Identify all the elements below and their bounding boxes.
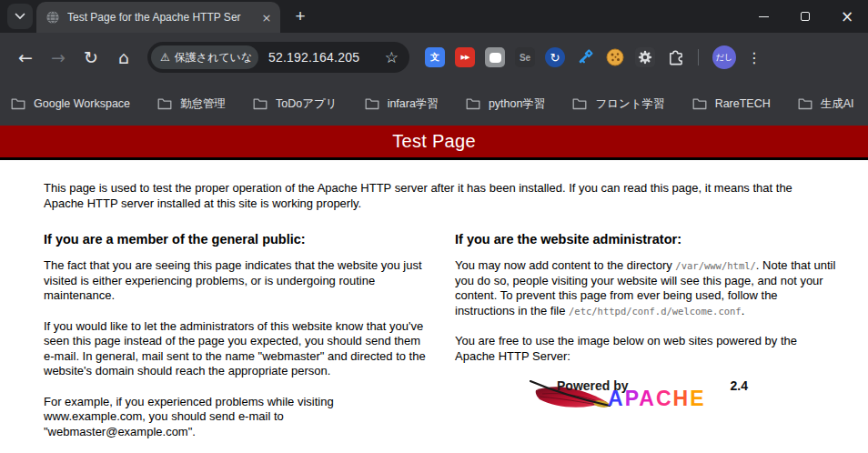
folder-icon — [11, 97, 25, 110]
tab-strip: Test Page for the Apache HTTP Ser × + × — [0, 0, 868, 33]
folder-icon — [692, 97, 707, 110]
public-paragraph-1: The fact that you are seeing this page i… — [44, 258, 426, 304]
intro-paragraph: This page is used to test the proper ope… — [44, 181, 832, 211]
folder-icon — [157, 97, 172, 110]
home-button[interactable]: ⌂ — [107, 41, 140, 74]
back-button[interactable]: ← — [9, 41, 42, 74]
toolbar-divider — [698, 49, 699, 65]
bookmark-star-icon[interactable]: ☆ — [385, 48, 399, 66]
folder-icon — [572, 97, 587, 110]
site-security-chip[interactable]: ⚠ 保護されていな — [151, 45, 258, 69]
bookmark-label: フロント学習 — [595, 96, 664, 112]
minimize-icon — [759, 16, 769, 17]
bookmark-label: Google Workspace — [34, 97, 130, 110]
admin-heading: If you are the website administrator: — [455, 232, 837, 247]
bookmark-label: 生成AI — [821, 96, 854, 112]
admin-paragraph-2: You are free to use the image below on w… — [455, 334, 837, 364]
public-column: If you are a member of the general publi… — [44, 211, 426, 453]
public-heading: If you are a member of the general publi… — [44, 232, 426, 247]
minimize-button[interactable] — [742, 0, 784, 33]
close-window-button[interactable]: × — [826, 0, 868, 33]
public-paragraph-2: If you would like to let the administrat… — [44, 319, 426, 379]
browser-menu-button[interactable]: ⋮ — [747, 49, 762, 66]
maximize-button[interactable] — [784, 0, 826, 33]
bookmark-folder-todo-app[interactable]: ToDoアプリ — [253, 96, 338, 112]
tab-search-button[interactable] — [7, 4, 33, 29]
page-content: This page is used to test the proper ope… — [0, 160, 868, 453]
folder-icon — [798, 97, 812, 110]
toolbar: ← → ↻ ⌂ ⚠ 保護されていな 52.192.164.205 ☆ 文 ▶▶ … — [0, 33, 868, 82]
extensions-puzzle-button[interactable] — [665, 47, 685, 67]
line-extension-icon[interactable] — [485, 47, 505, 67]
web-page: Test Page This page is used to test the … — [0, 126, 868, 453]
bookmark-label: RareTECH — [715, 97, 771, 110]
bookmark-label: ToDoアプリ — [276, 96, 338, 112]
admin-paragraph-1: You may now add content to the directory… — [455, 258, 837, 318]
close-icon: × — [841, 7, 853, 25]
bookmark-label: 勤怠管理 — [180, 96, 226, 112]
apache-wordmark: APACHE — [608, 388, 705, 409]
apache-version: 2.4 — [731, 378, 748, 393]
path-welcome-conf: /etc/httpd/conf.d/welcome.conf — [569, 306, 742, 317]
reload-button[interactable]: ↻ — [75, 41, 107, 74]
maximize-icon — [801, 12, 810, 21]
bookmark-label: infara学習 — [388, 96, 439, 112]
url-text[interactable]: 52.192.164.205 — [268, 50, 385, 65]
video-speed-extension-icon[interactable]: ▶▶ — [455, 47, 475, 67]
bookmark-folder-python[interactable]: python学習 — [466, 96, 546, 112]
cookie-extension-icon[interactable] — [605, 47, 625, 67]
bookmarks-bar: Google Workspace 勤怠管理 ToDoアプリ infara学習 p… — [0, 82, 868, 126]
forward-button[interactable]: → — [42, 41, 75, 74]
page-title: Test Page — [392, 131, 476, 152]
recorder-extension-icon[interactable]: ↻ — [545, 47, 565, 67]
folder-icon — [466, 97, 480, 110]
gear-icon — [638, 50, 652, 65]
two-column-section: If you are a member of the general publi… — [44, 211, 837, 453]
bookmark-folder-kintai[interactable]: 勤怠管理 — [157, 96, 226, 112]
apache-powered-by-logo: Powered by 2.4 APACHE — [530, 379, 748, 412]
chevron-down-icon — [15, 13, 25, 20]
tab-close-icon[interactable]: × — [258, 9, 275, 25]
folder-icon — [365, 97, 379, 110]
new-tab-button[interactable]: + — [288, 4, 313, 29]
bookmark-folder-raretech[interactable]: RareTECH — [692, 97, 771, 110]
globe-favicon-icon — [45, 10, 60, 25]
cookie-icon — [606, 48, 624, 66]
key-icon — [576, 48, 594, 66]
bookmark-label: python学習 — [489, 96, 546, 112]
bookmark-folder-front[interactable]: フロント学習 — [572, 96, 664, 112]
window-controls: × — [742, 0, 868, 33]
extensions-area: 文 ▶▶ Se ↻ — [425, 47, 701, 67]
tab-title: Test Page for the Apache HTTP Ser — [67, 11, 258, 24]
selenium-extension-icon[interactable]: Se — [515, 47, 535, 67]
bookmark-folder-google-workspace[interactable]: Google Workspace — [11, 97, 130, 110]
browser-window: Test Page for the Apache HTTP Ser × + × … — [0, 0, 868, 453]
key-extension-icon[interactable] — [575, 47, 595, 67]
tab-active[interactable]: Test Page for the Apache HTTP Ser × — [36, 2, 280, 33]
bookmark-folder-infara[interactable]: infara学習 — [365, 96, 439, 112]
speech-bubble-icon — [490, 53, 501, 63]
folder-icon — [253, 97, 267, 110]
test-page-banner: Test Page — [0, 126, 868, 160]
bookmark-folder-genai[interactable]: 生成AI — [798, 96, 854, 112]
security-chip-label: 保護されていな — [175, 50, 252, 65]
profile-avatar[interactable]: だし — [712, 45, 736, 69]
public-paragraph-3: For example, if you experienced problems… — [44, 395, 426, 440]
address-bar[interactable]: ⚠ 保護されていな 52.192.164.205 ☆ — [147, 42, 409, 73]
translate-extension-icon[interactable]: 文 — [425, 47, 445, 67]
settings-extension-icon[interactable] — [635, 47, 655, 67]
warning-icon: ⚠ — [160, 51, 170, 64]
path-var-www-html: /var/www/html/ — [675, 260, 756, 271]
puzzle-icon — [667, 49, 684, 66]
admin-column: If you are the website administrator: Yo… — [455, 211, 837, 453]
